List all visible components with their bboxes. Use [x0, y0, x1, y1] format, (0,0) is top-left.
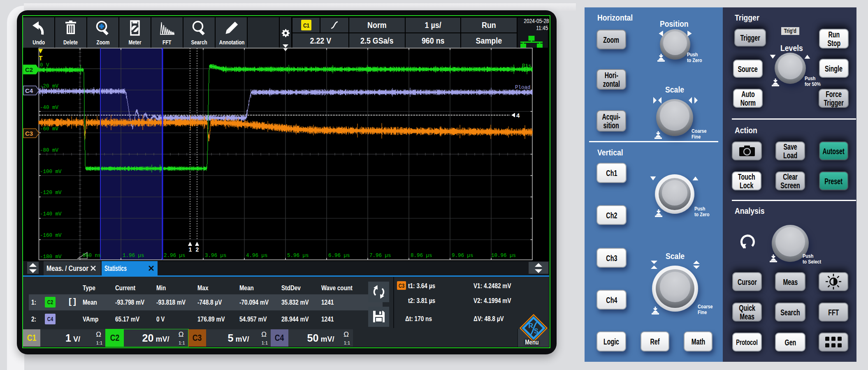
svg-text:C4: C4: [25, 87, 33, 94]
svg-text:R: R: [529, 322, 534, 329]
svg-text:T: T: [39, 55, 43, 62]
svg-text:2: 2: [196, 246, 199, 253]
svg-text:4: 4: [516, 112, 520, 119]
svg-text:S: S: [534, 328, 538, 335]
svg-text:C2: C2: [25, 66, 33, 73]
svg-text:1: 1: [189, 246, 192, 253]
svg-text:C3: C3: [25, 130, 33, 137]
